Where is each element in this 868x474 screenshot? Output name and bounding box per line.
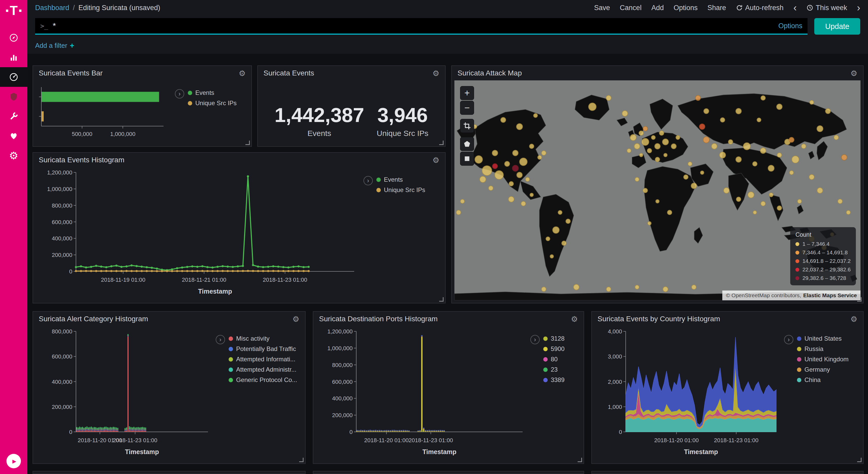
save-button[interactable]: Save [594, 4, 610, 12]
panel-title: Suricata Events Histogram [39, 156, 124, 164]
legend-item[interactable]: Potentially Bad Traffic [228, 345, 297, 353]
time-forward-button[interactable]: › [857, 3, 860, 13]
legend-item[interactable]: 14,691.8 – 22,037.2 [796, 258, 851, 264]
legend-dot-icon [797, 347, 801, 351]
map-zoom-out-button[interactable]: − [460, 101, 474, 115]
sidebar-item-discover[interactable] [0, 28, 27, 48]
legend-item[interactable]: 22,037.2 – 29,382.6 [796, 266, 851, 273]
query-options-link[interactable]: Options [778, 22, 802, 30]
attack-map-point [643, 188, 648, 193]
legend-dot-icon [797, 336, 801, 341]
map-draw-rectangle-button[interactable] [460, 152, 474, 166]
attack-map-point [704, 108, 709, 114]
breadcrumb-dashboard-link[interactable]: Dashboard [35, 4, 69, 12]
map-draw-polygon-button[interactable] [460, 137, 474, 151]
legend-item[interactable]: Events [376, 176, 425, 183]
update-button[interactable]: Update [814, 18, 860, 35]
map-zoom-in-button[interactable]: + [460, 86, 474, 100]
sidebar-collapse-button[interactable]: ▸ [6, 454, 21, 468]
legend-label: Attempted Administr... [236, 366, 296, 373]
telekom-logo[interactable]: T [6, 4, 22, 17]
legend-item[interactable]: 1 – 7,346.4 [796, 241, 851, 247]
sidebar-item-dashboard[interactable] [0, 67, 27, 87]
map-fit-data-button[interactable] [460, 119, 474, 133]
share-button[interactable]: Share [708, 4, 726, 12]
sidebar-item-management[interactable]: ⚙ [0, 146, 27, 166]
legend-item[interactable]: Events [188, 89, 237, 96]
gear-icon[interactable]: ⚙ [850, 69, 858, 78]
attack-map-point [541, 287, 547, 292]
panel-title: Suricata Events [264, 69, 314, 77]
legend-item[interactable]: United Kingdom [797, 356, 848, 363]
cancel-button[interactable]: Cancel [620, 4, 642, 12]
legend-toggle-icon[interactable]: › [175, 89, 184, 98]
auto-refresh-button[interactable]: Auto-refresh [736, 4, 784, 12]
panel-title: Suricata Alert Category Histogram [39, 315, 148, 323]
sidebar-item-suricata[interactable] [0, 87, 27, 107]
panel-resize-handle[interactable] [245, 141, 250, 145]
legend-item[interactable]: 7,346.4 – 14,691.8 [796, 249, 851, 256]
legend-item[interactable]: Attempted Administr... [228, 366, 297, 373]
svg-text:800,000: 800,000 [52, 328, 72, 335]
legend-item[interactable]: Unique Src IPs [188, 99, 237, 107]
add-button[interactable]: Add [651, 4, 664, 12]
attack-map-point [456, 210, 461, 215]
svg-text:2018-11-20 01:00: 2018-11-20 01:00 [364, 437, 409, 444]
svg-text:800,000: 800,000 [332, 362, 352, 368]
attack-map[interactable]: + − [455, 80, 861, 300]
gear-icon[interactable]: ⚙ [571, 315, 578, 324]
sidebar-item-monitoring[interactable] [0, 126, 27, 146]
elastic-maps-attribution[interactable]: Elastic Maps Service [803, 292, 857, 298]
query-input[interactable]: >_ * Options [35, 18, 808, 35]
osm-attribution[interactable]: © OpenStreetMap contributors, [726, 292, 801, 298]
svg-text:4,000: 4,000 [608, 328, 622, 335]
sidebar-item-dev-tools[interactable] [0, 107, 27, 126]
legend-item[interactable]: 3128 [543, 335, 564, 342]
add-filter-link[interactable]: Add a filter + [35, 41, 74, 50]
legend-item[interactable]: Attempted Informati... [228, 356, 297, 363]
legend-item[interactable]: United States [797, 335, 848, 342]
legend-toggle-icon[interactable]: › [216, 335, 225, 344]
panel-resize-handle[interactable] [439, 297, 443, 302]
query-bar: >_ * Options Update [27, 16, 868, 37]
gear-icon[interactable]: ⚙ [292, 315, 300, 324]
panel-resize-handle[interactable] [578, 458, 582, 462]
gear-icon[interactable]: ⚙ [239, 69, 246, 78]
attack-map-point [691, 285, 696, 290]
legend-dot-icon [228, 378, 233, 382]
svg-text:600,000: 600,000 [332, 379, 352, 385]
metric-value: 3,946 [377, 103, 428, 127]
legend-item[interactable]: 23 [543, 366, 564, 373]
legend-item[interactable]: Russia [797, 345, 848, 353]
attack-map-point [761, 95, 766, 100]
legend-item[interactable]: Misc activity [228, 335, 297, 342]
attack-map-point [757, 118, 761, 122]
legend-item[interactable]: Generic Protocol Co... [228, 376, 297, 384]
gear-icon[interactable]: ⚙ [850, 315, 858, 324]
svg-text:400,000: 400,000 [52, 379, 72, 385]
legend-item[interactable]: 29,382.6 – 36,728 [796, 275, 851, 281]
attack-map-point [797, 199, 802, 204]
time-range-picker[interactable]: This week [807, 4, 847, 12]
gear-icon[interactable]: ⚙ [432, 69, 439, 78]
legend-item[interactable]: 5900 [543, 345, 564, 353]
panel-resize-handle[interactable] [857, 458, 862, 462]
legend-dot-icon [796, 242, 799, 246]
query-value: * [53, 21, 56, 31]
gear-icon[interactable]: ⚙ [432, 156, 439, 165]
legend-toggle-icon[interactable]: › [530, 335, 540, 344]
legend-item[interactable]: Germany [797, 366, 848, 373]
legend-item[interactable]: China [797, 376, 848, 384]
panel-resize-handle[interactable] [439, 141, 443, 145]
legend-item[interactable]: 3389 [543, 376, 564, 384]
panel-suricata-attack-map: Suricata Attack Map ⚙ [451, 65, 864, 303]
legend-item[interactable]: Unique Src IPs [376, 186, 425, 194]
svg-text:600,000: 600,000 [52, 353, 72, 360]
panel-resize-handle[interactable] [299, 458, 304, 462]
legend-item[interactable]: 80 [543, 356, 564, 363]
options-button[interactable]: Options [674, 4, 698, 12]
sidebar-item-visualize[interactable] [0, 48, 27, 67]
time-back-button[interactable]: ‹ [793, 3, 797, 13]
legend-toggle-icon[interactable]: › [364, 176, 373, 185]
legend-toggle-icon[interactable]: › [784, 335, 793, 344]
